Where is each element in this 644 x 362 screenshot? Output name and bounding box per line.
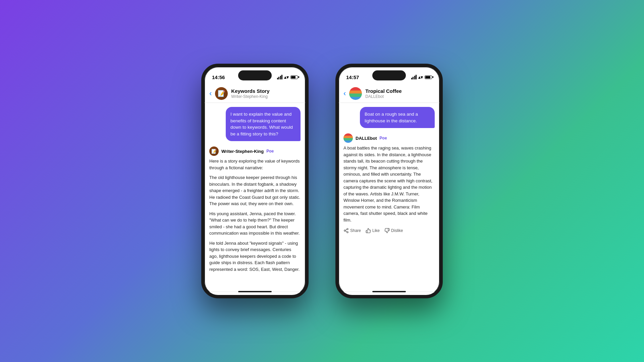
phone1: 14:56 ▴▾ ‹ 📝 Keywords Story W: [201, 64, 309, 298]
bot-avatar-1: 📝: [215, 87, 228, 100]
bot-label-row-2: DALLEbot Poe: [343, 133, 435, 143]
back-button-2[interactable]: ‹: [343, 89, 346, 98]
phone2-content: ‹ Tropical Coffee DALLEbot Boat on a rou…: [339, 84, 439, 298]
bot-name-1: Keywords Story: [231, 88, 301, 94]
phone1-wrapper: 14:56 ▴▾ ‹ 📝 Keywords Story W: [201, 64, 309, 298]
chat-input-1[interactable]: [220, 297, 291, 298]
battery-icon-1: [290, 75, 298, 79]
like-label: Like: [372, 228, 380, 233]
action-buttons-2: Share Like: [343, 228, 435, 233]
bot-sub-2: DALLEbot: [365, 94, 435, 99]
chat-scroll-2: Boat on a rough sea and a lighthouse in …: [339, 103, 439, 292]
svg-line-4: [345, 229, 347, 230]
bot-text-1: Here is a story exploring the value of k…: [209, 158, 301, 273]
time-2: 14:57: [346, 74, 359, 80]
bot-sub-1: Writer-Stephen-King: [231, 94, 301, 99]
writer-small-avatar: 📝: [209, 146, 219, 156]
status-icons-2: ▴▾: [411, 75, 432, 80]
status-icons-1: ▴▾: [277, 75, 298, 80]
home-indicator-1: [238, 291, 272, 292]
phone2: 14:57 ▴▾ ‹: [335, 64, 443, 298]
bot-para-1-0: Here is a story exploring the value of k…: [209, 158, 301, 171]
bot-label-row-1: 📝 Writer-Stephen-King Poe: [209, 146, 301, 156]
like-button[interactable]: Like: [366, 228, 380, 233]
poe-badge-1: Poe: [266, 149, 274, 154]
like-icon: [366, 228, 371, 233]
time-1: 14:56: [212, 74, 225, 80]
input-bar-2: ✏️ 🎙: [339, 292, 439, 298]
bot-label-name-1: Writer-Stephen-King: [221, 149, 264, 154]
dalle-bot-response: A boat battles the raging sea, waves cra…: [343, 145, 435, 223]
bot-avatar-small-2: [343, 133, 353, 143]
bot-info-1: Keywords Story Writer-Stephen-King: [231, 88, 301, 99]
share-button[interactable]: Share: [343, 228, 361, 233]
bot-name-2: Tropical Coffee: [365, 88, 435, 94]
signal-icon-2: [411, 75, 417, 79]
battery-icon-2: [425, 75, 432, 79]
chat-scroll-1: I want to explain the value and benefits…: [205, 103, 305, 292]
bot-label-name-2: DALLEbot: [356, 136, 377, 141]
chat-icon-1: ✏️: [209, 298, 218, 299]
bot-para-1-1: The old lighthouse keeper peered through…: [209, 174, 301, 207]
chat-header-1: ‹ 📝 Keywords Story Writer-Stephen-King: [205, 84, 305, 103]
dislike-button[interactable]: Dislike: [384, 228, 403, 233]
svg-point-0: [347, 228, 348, 230]
dislike-icon: [384, 228, 390, 233]
bot-para-1-3: He told Jenna about "keyword signals" - …: [209, 240, 301, 273]
user-bubble-2: Boat on a rough sea and a lighthouse in …: [360, 107, 435, 128]
signal-icon-1: [277, 75, 283, 79]
chat-header-2: ‹ Tropical Coffee DALLEbot: [339, 84, 439, 103]
home-indicator-2: [372, 291, 406, 292]
wifi-icon-1: ▴▾: [284, 75, 289, 80]
bot-message-2: DALLEbot Poe A boat battles the raging s…: [343, 133, 435, 233]
bot-avatar-2: [349, 87, 362, 100]
dislike-label: Dislike: [391, 228, 403, 233]
bot-para-1-2: His young assistant, Jenna, paced the to…: [209, 210, 301, 237]
svg-point-1: [344, 230, 345, 231]
dynamic-island-1: [238, 70, 272, 80]
bot-avatar-small-1: 📝: [209, 146, 219, 156]
input-bar-1: ✏️ 🎙: [205, 292, 305, 298]
user-bubble-1: I want to explain the value and benefits…: [226, 107, 301, 141]
share-label: Share: [350, 228, 361, 233]
back-button-1[interactable]: ‹: [209, 89, 212, 98]
svg-point-2: [347, 232, 348, 233]
phone1-content: ‹ 📝 Keywords Story Writer-Stephen-King I…: [205, 84, 305, 298]
phone2-wrapper: 14:57 ▴▾ ‹: [335, 64, 443, 298]
chat-input-2[interactable]: [355, 297, 425, 298]
chat-icon-2: ✏️: [343, 298, 352, 299]
bot-text-2: A boat battles the raging sea, waves cra…: [343, 145, 435, 223]
bot-message-1: 📝 Writer-Stephen-King Poe Here is a stor…: [209, 146, 301, 273]
wifi-icon-2: ▴▾: [418, 75, 423, 80]
poe-badge-2: Poe: [380, 136, 387, 140]
dynamic-island-2: [372, 70, 406, 80]
bot-info-2: Tropical Coffee DALLEbot: [365, 88, 435, 99]
writer-avatar-image: 📝: [215, 87, 228, 100]
share-icon: [343, 228, 349, 233]
svg-line-3: [345, 231, 347, 232]
